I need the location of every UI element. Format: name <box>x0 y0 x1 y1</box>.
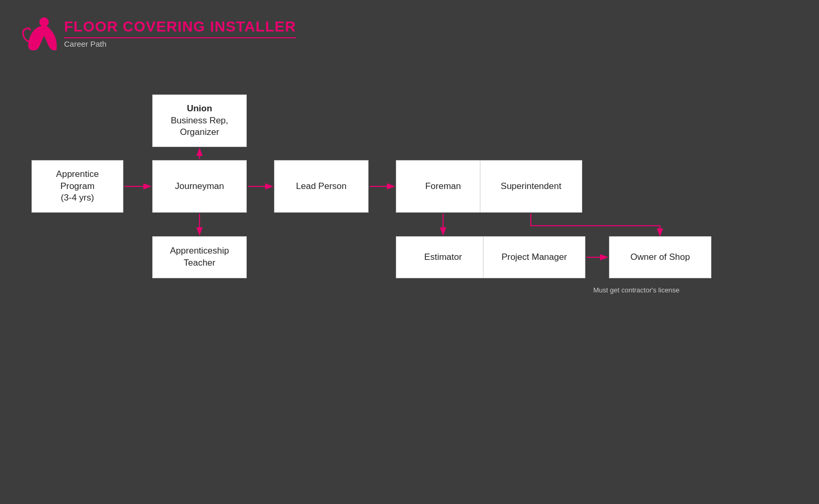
header-title: FLOOR COVERING INSTALLER <box>64 19 296 35</box>
journeyman-box: Journeyman <box>152 160 247 213</box>
apprenticeship-box: Apprenticeship Teacher <box>152 236 247 278</box>
union-box: Union Business Rep, Organizer <box>152 94 247 147</box>
estimator-box: Estimator <box>396 236 490 278</box>
estimator-label: Estimator <box>424 251 462 264</box>
apprentice-box: Apprentice Program (3-4 yrs) <box>32 160 123 213</box>
leadperson-label: Lead Person <box>296 181 346 193</box>
license-note-text: Must get contractor's license <box>593 286 679 294</box>
apprentice-line2: Program <box>60 181 94 191</box>
projmanager-label: Project Manager <box>501 251 567 264</box>
apprentice-line1: Apprentice <box>56 169 99 179</box>
journeyman-label: Journeyman <box>175 181 224 193</box>
header-underline <box>64 37 296 38</box>
ownershop-label: Owner of Shop <box>631 251 690 264</box>
projmanager-box: Project Manager <box>483 236 585 278</box>
apprenticeship-line1: Apprenticeship <box>170 246 229 256</box>
union-label-line3: Organizer <box>180 127 219 137</box>
superintendent-box: Superintendent <box>480 160 582 213</box>
union-label-line2: Business Rep, <box>171 116 228 125</box>
license-note: Must get contractor's license <box>593 286 679 294</box>
foreman-label: Foreman <box>425 181 461 193</box>
svg-point-0 <box>39 17 49 27</box>
diagram: Union Business Rep, Organizer Apprentice… <box>0 79 819 446</box>
header-subtitle: Career Path <box>64 39 296 48</box>
apprentice-line3: (3-4 yrs) <box>61 193 94 203</box>
header-text: FLOOR COVERING INSTALLER Career Path <box>64 19 296 48</box>
leadperson-box: Lead Person <box>274 160 369 213</box>
superintendent-label: Superintendent <box>501 181 561 193</box>
union-label-bold: Union <box>187 103 212 113</box>
apprenticeship-line2: Teacher <box>184 258 215 268</box>
header: FLOOR COVERING INSTALLER Career Path <box>19 15 296 52</box>
foreman-box: Foreman <box>396 160 490 213</box>
logo-icon <box>19 15 57 52</box>
ownershop-box: Owner of Shop <box>609 236 711 278</box>
